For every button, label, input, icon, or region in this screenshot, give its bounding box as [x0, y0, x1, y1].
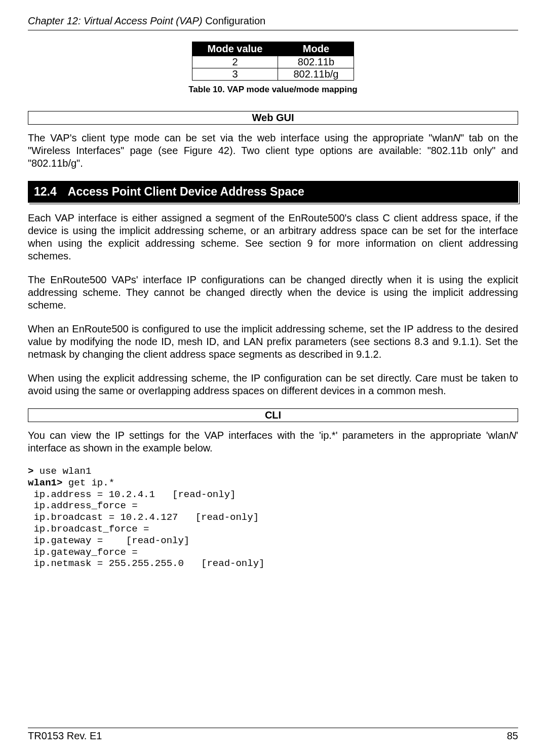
footer-page-number: 85 — [507, 730, 518, 742]
table-row: 3 802.11b/g — [192, 68, 354, 81]
cell-mode-value: 2 — [192, 56, 278, 68]
col-header-mode: Mode — [278, 42, 354, 56]
mode-table: Mode value Mode 2 802.11b 3 802.11b/g — [192, 42, 355, 81]
paragraph: When an EnRoute500 is configured to use … — [28, 323, 518, 361]
cli-output: ip.broadcast_force = — [28, 523, 149, 535]
chapter-title-suffix: Configuration — [205, 15, 265, 26]
cli-command: get ip.* — [62, 477, 114, 488]
chapter-header: Chapter 12: Virtual Access Point (VAP) C… — [28, 15, 518, 27]
cli-output: ip.address = 10.2.4.1 [read-only] — [28, 489, 236, 500]
cli-heading: CLI — [28, 408, 518, 422]
webgui-heading: Web GUI — [28, 111, 518, 125]
cli-output: ip.gateway = [read-only] — [28, 535, 189, 546]
cli-block: > use wlan1 wlan1> get ip.* ip.address =… — [28, 466, 518, 570]
paragraph: When using the explicit addressing schem… — [28, 372, 518, 397]
cli-output: ip.address_force = — [28, 500, 138, 511]
footer-rule — [28, 728, 518, 728]
paragraph: Each VAP interface is either assigned a … — [28, 212, 518, 262]
cli-output: ip.broadcast = 10.2.4.127 [read-only] — [28, 512, 259, 523]
cli-intro-paragraph: You can view the IP settings for the VAP… — [28, 429, 518, 455]
cli-prompt: wlan1> — [28, 477, 62, 488]
cli-output: ip.gateway_force = — [28, 547, 138, 558]
italic-n: N — [453, 132, 460, 143]
cell-mode: 802.11b — [278, 56, 354, 68]
cli-prompt: > — [28, 466, 33, 477]
italic-n: N — [509, 430, 516, 441]
section-heading: 12.4 Access Point Client Device Address … — [28, 181, 518, 203]
section-title: Access Point Client Device Address Space — [68, 185, 304, 199]
cli-output: ip.netmask = 255.255.255.0 [read-only] — [28, 558, 264, 569]
cell-mode-value: 3 — [192, 68, 278, 81]
table-row: 2 802.11b — [192, 56, 354, 68]
cell-mode: 802.11b/g — [278, 68, 354, 81]
col-header-mode-value: Mode value — [192, 42, 278, 56]
table-caption: Table 10. VAP mode value/mode mapping — [28, 85, 518, 95]
cli-command: use wlan1 — [33, 466, 91, 477]
section-number: 12.4 — [34, 185, 57, 199]
page-footer: TR0153 Rev. E1 85 — [28, 728, 518, 742]
footer-row: TR0153 Rev. E1 85 — [28, 730, 518, 742]
webgui-paragraph: The VAP's client type mode can be set vi… — [28, 132, 518, 170]
paragraph: The EnRoute500 VAPs' interface IP config… — [28, 274, 518, 312]
header-rule — [28, 30, 518, 30]
footer-left: TR0153 Rev. E1 — [28, 730, 102, 742]
table-header-row: Mode value Mode — [192, 42, 354, 56]
chapter-title-italic: Chapter 12: Virtual Access Point (VAP) — [28, 15, 205, 26]
